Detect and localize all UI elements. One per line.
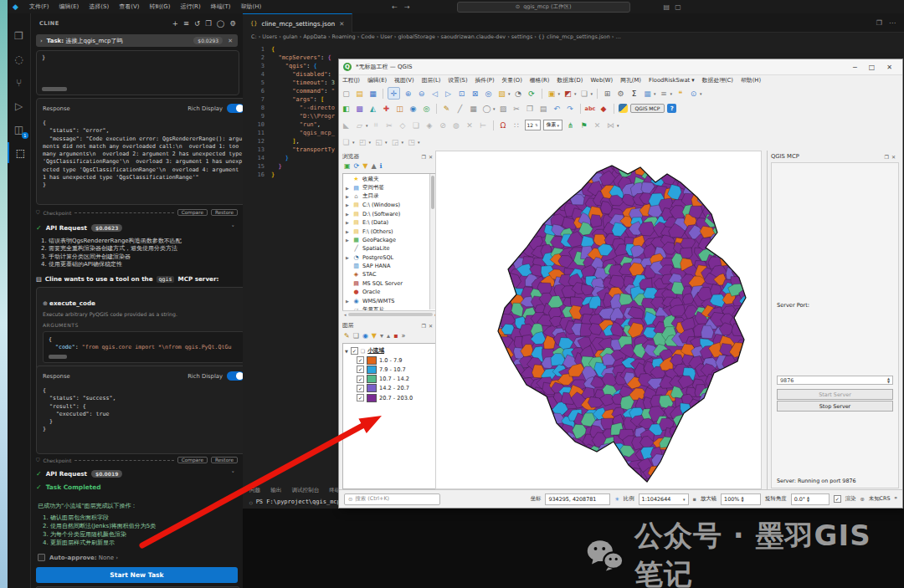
run-debug-icon[interactable]: ▷ [8, 95, 30, 116]
render-checkbox[interactable]: ✓ [834, 495, 841, 503]
browser-item[interactable]: ●Oracle [345, 288, 436, 296]
search-icon[interactable]: ◌ [8, 49, 30, 69]
zoom-last-icon[interactable]: ◁ [429, 88, 440, 99]
qgis-menu-item[interactable]: 栅格(R) [530, 76, 550, 84]
split-editor-icon[interactable]: ❐ [876, 19, 882, 27]
settings-gear-icon[interactable]: ⚙ [229, 19, 236, 28]
python-console-icon[interactable] [619, 104, 628, 113]
refresh-icon[interactable]: ⟳ [526, 88, 537, 99]
auto-approve-row[interactable]: Auto-approve: None › [38, 554, 118, 561]
server-port-input[interactable]: 9876 ▲▼ [777, 376, 893, 385]
api-request-row-1[interactable]: ✓ API Request $0.0623 ˅ [36, 222, 238, 233]
copy-features-icon[interactable]: ❐ [525, 103, 536, 114]
zoom-next-icon[interactable]: ▷ [443, 88, 454, 99]
layout-toggle-icons[interactable]: ▤▢ [664, 3, 686, 11]
legend-class-row[interactable]: ✓1.0 - 7.9 [343, 355, 436, 365]
legend-class-row[interactable]: ✓7.9 - 10.7 [343, 365, 436, 374]
layers-tree[interactable]: ▼ ✓ ❏ 小流域 ✓1.0 - 7.9✓7.9 - 10.7✓10.7 - 1… [342, 343, 437, 489]
help-icon[interactable]: ? [667, 104, 676, 113]
new-project-icon[interactable]: ▢ [341, 88, 352, 99]
trim-extend-icon[interactable]: ⊢ [478, 120, 489, 130]
redo-icon[interactable]: ↷ [565, 103, 576, 114]
scale-combobox[interactable]: 1:1042644▾ [639, 493, 689, 505]
save-edits-icon[interactable]: ▦ [468, 103, 479, 114]
qgis-menu-item[interactable]: FloodRiskSwat ▾ [649, 77, 695, 84]
snap-units-select[interactable]: 像素▾ [543, 120, 563, 130]
qgis-menu-item[interactable]: 设置(S) [448, 76, 467, 84]
panel-tab[interactable]: 调试控制台 [291, 487, 319, 494]
start-server-button[interactable]: Start Server [777, 389, 893, 400]
processing-toolbox-icon[interactable]: ⚙ [615, 88, 626, 99]
magnifier-box[interactable]: 100%▲▼ [721, 493, 761, 505]
add-wms-layer-icon[interactable]: ◉ [408, 103, 419, 114]
reshape-icon[interactable]: ◇ [398, 120, 408, 130]
copy-move-icon[interactable]: ❏ [411, 120, 422, 130]
class-checkbox[interactable]: ✓ [357, 394, 364, 401]
messages-icon[interactable]: ❞ [895, 496, 897, 503]
api-request-row-2[interactable]: ✓ API Request $0.0019 ˅ [36, 468, 238, 479]
measure-icon[interactable]: ≡ [659, 88, 670, 99]
chevron-down-icon[interactable]: ˅ [231, 470, 234, 478]
statusbar-search[interactable]: ⊙ 搜索 (Ctrl+K) [344, 493, 440, 505]
qgis-menu-item[interactable]: 矢量(O) [502, 76, 522, 84]
browser-item[interactable]: ▶▤空间书签 [345, 183, 436, 192]
select-features-icon[interactable]: ▧ [496, 88, 507, 99]
crs-globe-icon[interactable]: ⊕ [860, 496, 864, 503]
menu-item[interactable]: 终端(T) [206, 3, 236, 10]
menu-item[interactable]: 查看(V) [114, 3, 144, 10]
extents-icon[interactable]: ✳ [614, 496, 619, 503]
rich-display-toggle[interactable] [227, 104, 244, 113]
explorer-icon[interactable]: ❐ [8, 25, 30, 46]
avoid-intersections-icon[interactable]: ⋈ [605, 120, 616, 130]
add-point-layer-icon[interactable]: ✚ [381, 103, 392, 114]
expand-icon[interactable]: ▼ [345, 349, 348, 354]
compare-button[interactable]: Compare [177, 209, 208, 216]
attribute-table-icon[interactable]: ▦ [642, 88, 653, 99]
class-checkbox[interactable]: ✓ [357, 385, 364, 392]
menu-item[interactable]: 运行(R) [175, 3, 205, 10]
map-tips-icon[interactable]: ❝ [675, 88, 686, 99]
simplify-feature-icon[interactable]: ⊘ [438, 120, 449, 130]
start-new-task-button[interactable]: Start New Task [36, 567, 238, 583]
browser-item[interactable]: ▶▦GeoPackage [345, 236, 436, 244]
float-panel-icon[interactable]: ❐ [422, 154, 426, 160]
chevron-right-icon[interactable]: › [40, 38, 43, 44]
chevron-down-icon[interactable]: ˅ [231, 224, 234, 232]
snapping-icon[interactable]: Ω [498, 120, 509, 130]
menu-item[interactable]: 帮助(H) [235, 3, 266, 10]
map-themes-icon[interactable]: ◉ [362, 332, 368, 340]
fill-ring-icon[interactable]: ◍ [451, 120, 462, 130]
filter-browser-icon[interactable]: ▼ [362, 162, 367, 170]
class-checkbox[interactable]: ✓ [357, 356, 364, 364]
browser-item[interactable]: ▶◉WMS/WMTS [345, 296, 436, 304]
close-panel-icon[interactable]: ✕ [891, 154, 896, 160]
refresh-icon[interactable]: ⟳ [354, 162, 360, 170]
more-actions-icon[interactable]: ⋯ [889, 19, 896, 27]
browser-item[interactable]: ▶▤D:\ (Software) [345, 210, 436, 218]
auto-approve-checkbox[interactable] [38, 554, 45, 561]
browser-item[interactable]: ◈STAC [345, 270, 436, 279]
account-icon[interactable]: ◯ [217, 19, 225, 28]
pan-map-icon[interactable]: ✛ [388, 87, 400, 100]
delete-part-icon[interactable]: ✕ [465, 120, 475, 130]
add-wfs-layer-icon[interactable]: ◎ [421, 103, 432, 114]
shape-digitize-icon[interactable]: ❏ [341, 136, 352, 147]
rotation-box[interactable]: 0.0°▲▼ [791, 493, 830, 505]
browser-item[interactable]: ▶⌂主目录 [345, 192, 436, 201]
add-mesh-layer-icon[interactable]: ◭ [367, 103, 378, 114]
rotate-feature-icon[interactable]: ◈ [424, 120, 435, 130]
terminal-line[interactable]: ○ PS F:\pyproject\qgis_mcp> [249, 499, 344, 505]
add-layer-icon[interactable]: ▣ [344, 162, 351, 170]
command-center-search[interactable]: ⊙ qgis_mcp (工作区) [457, 2, 630, 13]
snapping-options-icon[interactable]: ∷ [511, 120, 522, 130]
float-panel-icon[interactable]: ❐ [422, 323, 426, 329]
filter-legend-icon[interactable]: ▼ [372, 332, 377, 340]
layers-panel-header[interactable]: 图层 ❐✕ [342, 320, 435, 330]
labeling-icon[interactable]: abc [585, 103, 596, 114]
qgis-menu-item[interactable]: 工程(J) [342, 76, 360, 84]
stop-server-button[interactable]: Stop Server [777, 401, 893, 412]
map-canvas[interactable] [435, 151, 762, 489]
add-group-icon[interactable]: ❏ [353, 332, 359, 340]
browser-item[interactable]: ▥SAP HANA [345, 262, 436, 270]
add-raster-layer-icon[interactable]: ▩ [354, 103, 365, 114]
